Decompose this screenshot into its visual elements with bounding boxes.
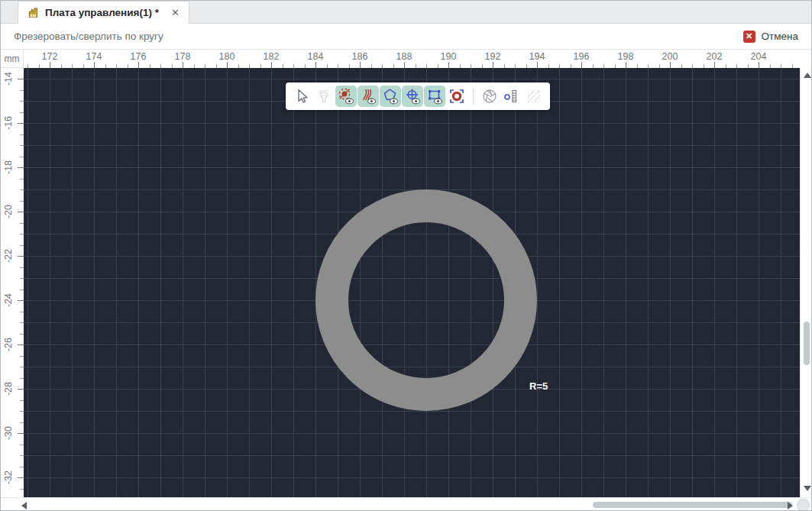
- polygons-visibility-button[interactable]: [380, 86, 401, 107]
- select-cursor-button[interactable]: [291, 86, 312, 107]
- scroll-right-arrow-icon[interactable]: [788, 502, 793, 509]
- ruler-label: 180: [219, 51, 235, 62]
- dc-filter-icon: DC: [315, 87, 333, 105]
- ruler-label: -28: [3, 382, 14, 396]
- toolbar-separator: [473, 88, 474, 105]
- ruler-label: 174: [86, 51, 102, 62]
- horizontal-scroll-thumb[interactable]: [593, 502, 792, 508]
- pads-eye-icon: [337, 87, 355, 105]
- ruler-label: 196: [574, 51, 590, 62]
- ruler-label: 190: [441, 51, 457, 62]
- ruler-tick: [581, 62, 582, 68]
- ruler-label: -30: [3, 426, 14, 440]
- ruler-label: 182: [264, 51, 280, 62]
- cancel-button[interactable]: ✕ Отмена: [743, 31, 798, 43]
- ruler-tick: [50, 62, 50, 68]
- pads-visibility-button[interactable]: [335, 86, 357, 107]
- ruler-right-pad: [800, 50, 811, 68]
- ruler-row: mm 1721741761781801821841861881901921941…: [1, 49, 811, 68]
- cancel-x-icon: ✕: [743, 31, 755, 43]
- app-window: Плата управления(1) * ✕ Фрезеровать/свер…: [0, 0, 812, 511]
- cancel-label: Отмена: [762, 31, 798, 42]
- ruler-tick: [18, 123, 24, 124]
- horizontal-scrollbar[interactable]: [1, 497, 811, 511]
- ruler-tick: [759, 62, 759, 68]
- ruler-tick: [626, 62, 626, 68]
- design-canvas[interactable]: R=5 DC: [24, 68, 800, 497]
- dc-filter-button[interactable]: DC: [313, 86, 335, 107]
- ruler-label: -24: [3, 293, 14, 307]
- hatch-fill-button[interactable]: [523, 86, 545, 107]
- ruler-tick: [18, 344, 24, 345]
- tab-title: Плата управления(1) *: [45, 7, 159, 18]
- ruler-tick: [18, 433, 24, 434]
- mode-title: Фрезеровать/сверлить по кругу: [14, 31, 163, 42]
- ruler-label: -32: [3, 471, 14, 484]
- ruler-label: 184: [308, 51, 324, 62]
- ruler-tick: [404, 62, 405, 68]
- ruler-label: 194: [529, 51, 545, 62]
- traces-visibility-button[interactable]: [357, 86, 379, 107]
- tab-plata-upravleniya[interactable]: Плата управления(1) * ✕: [18, 1, 189, 24]
- drill-size-icon: [503, 87, 521, 105]
- scroll-left-arrow-icon[interactable]: [21, 502, 27, 509]
- pcb-project-icon: [27, 7, 39, 18]
- ruler-tick: [18, 477, 24, 478]
- ruler-tick: [227, 62, 228, 68]
- ruler-tick: [448, 62, 449, 68]
- drill-crosshair-eye-icon: [403, 87, 422, 105]
- ruler-tick: [18, 167, 24, 168]
- hatch-fill-icon: [525, 87, 543, 105]
- horizontal-ruler: 1721741761781801821841861881901921941961…: [24, 50, 800, 68]
- ruler-tick: [714, 62, 715, 68]
- selected-pad-icon: [448, 87, 466, 105]
- ruler-label: 204: [751, 51, 767, 62]
- ruler-label: 186: [352, 51, 368, 62]
- ruler-label: 172: [42, 51, 58, 62]
- main-row: -14-16-18-20-22-24-26-28-30-32 R=5 DC: [1, 68, 811, 497]
- ruler-tick: [183, 62, 183, 68]
- ruler-tick: [18, 79, 24, 79]
- tab-close-icon[interactable]: ✕: [171, 7, 180, 18]
- cursor-arrow-icon: [293, 87, 311, 105]
- ruler-tick: [271, 62, 272, 68]
- ruler-label: 192: [485, 51, 501, 62]
- ruler-tick: [537, 62, 538, 68]
- ruler-tick: [18, 212, 24, 212]
- aperture-view-button[interactable]: [479, 86, 500, 107]
- ruler-tick: [493, 62, 493, 68]
- ruler-tick: [18, 256, 24, 257]
- scroll-down-arrow-icon[interactable]: [804, 486, 811, 491]
- ruler-label: 202: [707, 51, 723, 62]
- ruler-label: -20: [3, 205, 14, 218]
- ruler-label: 200: [662, 51, 678, 62]
- floating-toolbar: DC: [286, 82, 550, 110]
- ruler-tick: [670, 62, 671, 68]
- ruler-label: 176: [131, 51, 147, 62]
- radius-label: R=5: [529, 380, 548, 392]
- ruler-tick: [18, 389, 24, 390]
- ruler-label: -14: [3, 72, 14, 86]
- outline-visibility-button[interactable]: [424, 86, 445, 107]
- ruler-tick: [94, 62, 95, 68]
- scroll-up-arrow-icon[interactable]: [804, 73, 811, 78]
- milling-ring[interactable]: [315, 189, 537, 411]
- ruler-label: -18: [3, 160, 14, 174]
- ruler-label: 188: [396, 51, 412, 62]
- ruler-label: -16: [3, 116, 14, 130]
- vertical-scrollbar[interactable]: [800, 68, 812, 497]
- vertical-scroll-thumb[interactable]: [804, 322, 810, 365]
- ruler-tick: [360, 62, 361, 68]
- ruler-label: -22: [3, 249, 14, 263]
- scroll-corner-button[interactable]: [797, 499, 810, 511]
- ruler-tick: [138, 62, 139, 68]
- drills-visibility-button[interactable]: [402, 86, 423, 107]
- ruler-tick: [315, 62, 316, 68]
- traces-eye-icon: [359, 87, 377, 105]
- selected-pads-button[interactable]: [446, 86, 467, 107]
- ruler-label: 178: [175, 51, 191, 62]
- tab-bar: Плата управления(1) * ✕: [1, 1, 811, 24]
- aperture-icon: [480, 87, 499, 105]
- polygon-eye-icon: [381, 87, 400, 105]
- drill-size-button[interactable]: [501, 86, 522, 107]
